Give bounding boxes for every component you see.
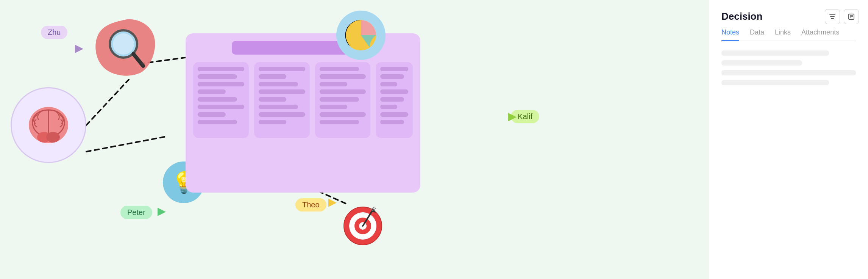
target-svg bbox=[342, 205, 384, 247]
kanban-card bbox=[376, 62, 413, 138]
target-node[interactable] bbox=[340, 203, 386, 249]
label-peter: Peter bbox=[120, 206, 152, 219]
svg-marker-15 bbox=[158, 208, 166, 216]
kanban-cards-row bbox=[193, 62, 413, 138]
svg-point-14 bbox=[46, 132, 60, 143]
kanban-card bbox=[254, 62, 310, 138]
kanban-card bbox=[193, 62, 249, 138]
svg-line-3 bbox=[86, 136, 167, 152]
piechart-node[interactable] bbox=[336, 11, 386, 60]
content-line bbox=[721, 60, 802, 66]
panel-toolbar bbox=[825, 9, 859, 24]
content-line bbox=[721, 50, 829, 56]
brain-node[interactable] bbox=[11, 87, 86, 163]
filter-icon bbox=[829, 13, 836, 20]
tab-data[interactable]: Data bbox=[750, 28, 764, 41]
svg-line-0 bbox=[86, 80, 129, 125]
svg-marker-17 bbox=[328, 199, 337, 207]
tab-attachments[interactable]: Attachments bbox=[801, 28, 839, 41]
label-zhu: Zhu bbox=[41, 26, 67, 39]
svg-marker-7 bbox=[75, 45, 83, 53]
arrow-kalif bbox=[508, 113, 517, 123]
svg-point-9 bbox=[113, 33, 134, 55]
filter-button[interactable] bbox=[825, 9, 840, 24]
content-line bbox=[721, 80, 829, 85]
panel-content bbox=[709, 41, 868, 94]
arrow-zhu bbox=[75, 45, 83, 55]
kanban-board[interactable] bbox=[186, 33, 420, 193]
kanban-card bbox=[315, 62, 371, 138]
magnifier-node[interactable] bbox=[94, 17, 156, 77]
panel-header: Decision Notes bbox=[709, 0, 868, 41]
panel-tabs: Notes Data Links Attachments bbox=[721, 28, 856, 41]
pie-chart-svg bbox=[344, 18, 378, 52]
svg-marker-26 bbox=[508, 113, 517, 121]
content-line bbox=[721, 70, 856, 75]
tab-notes[interactable]: Notes bbox=[721, 28, 739, 41]
label-theo: Theo bbox=[295, 198, 326, 212]
arrow-theo bbox=[328, 199, 337, 208]
canvas-area[interactable]: Zhu bbox=[0, 0, 709, 279]
edit-button[interactable] bbox=[844, 9, 859, 24]
arrow-peter bbox=[158, 208, 166, 218]
right-panel: Decision Notes bbox=[709, 0, 868, 279]
brain-svg bbox=[22, 99, 75, 152]
edit-icon bbox=[848, 13, 855, 20]
tab-links[interactable]: Links bbox=[775, 28, 791, 41]
